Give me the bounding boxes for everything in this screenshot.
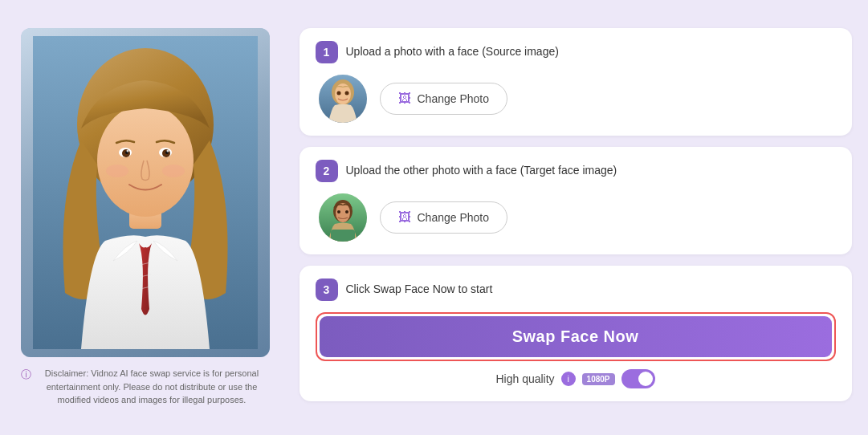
quality-label: High quality [495, 372, 554, 385]
step-2-card: 2 Upload the other photo with a face (Ta… [300, 147, 852, 254]
source-avatar [319, 75, 367, 123]
swap-button-wrapper: Swap Face Now [316, 312, 836, 361]
main-preview-image [21, 28, 270, 357]
change-photo-btn-1[interactable]: 🖼 Change Photo [380, 83, 508, 115]
step-2-content: 🖼 Change Photo [316, 193, 836, 242]
step-3-header: 3 Click Swap Face Now to start [316, 278, 836, 301]
toggle-knob [638, 372, 653, 386]
step-2-badge: 2 [316, 160, 338, 182]
svg-point-14 [166, 150, 169, 152]
step-1-title: Upload a photo with a face (Source image… [346, 44, 559, 60]
svg-point-15 [106, 165, 128, 177]
left-panel: ⓘ Disclaimer: Vidnoz AI face swap servic… [17, 28, 274, 407]
svg-point-21 [344, 91, 348, 96]
source-avatar-image [319, 75, 367, 123]
svg-rect-27 [331, 230, 355, 242]
step-1-card: 1 Upload a photo with a face (Source ima… [300, 28, 852, 136]
step-2-title: Upload the other photo with a face (Targ… [346, 163, 617, 179]
svg-point-26 [345, 210, 348, 213]
step-3-badge: 3 [316, 278, 338, 301]
change-photo-btn-2[interactable]: 🖼 Change Photo [380, 201, 508, 234]
swap-face-now-button[interactable]: Swap Face Now [320, 316, 832, 357]
svg-point-25 [337, 210, 340, 213]
disclaimer-text: ⓘ Disclaimer: Vidnoz AI face swap servic… [21, 367, 270, 407]
target-avatar-image [319, 193, 367, 242]
right-panel: 1 Upload a photo with a face (Source ima… [300, 28, 852, 401]
target-avatar [319, 193, 367, 242]
image-placeholder [21, 28, 270, 357]
step-1-content: 🖼 Change Photo [316, 75, 836, 123]
svg-point-6 [97, 104, 194, 217]
svg-point-16 [162, 165, 185, 177]
step-2-header: 2 Upload the other photo with a face (Ta… [316, 160, 836, 182]
step-3-title: Click Swap Face Now to start [346, 282, 493, 298]
svg-point-13 [126, 150, 128, 152]
photo-icon-2: 🖼 [398, 210, 411, 225]
main-container: ⓘ Disclaimer: Vidnoz AI face swap servic… [17, 12, 852, 423]
quality-row: High quality i 1080P [316, 369, 836, 388]
photo-icon-1: 🖼 [398, 91, 411, 106]
disclaimer-icon: ⓘ [21, 367, 31, 383]
quality-info-icon[interactable]: i [561, 372, 576, 386]
step-1-header: 1 Upload a photo with a face (Source ima… [316, 41, 836, 63]
svg-point-20 [336, 91, 340, 96]
step-3-card: 3 Click Swap Face Now to start Swap Face… [300, 266, 852, 401]
quality-toggle[interactable] [621, 369, 655, 388]
quality-badge: 1080P [582, 373, 615, 385]
portrait-illustration [33, 36, 258, 349]
step-1-badge: 1 [316, 41, 338, 63]
